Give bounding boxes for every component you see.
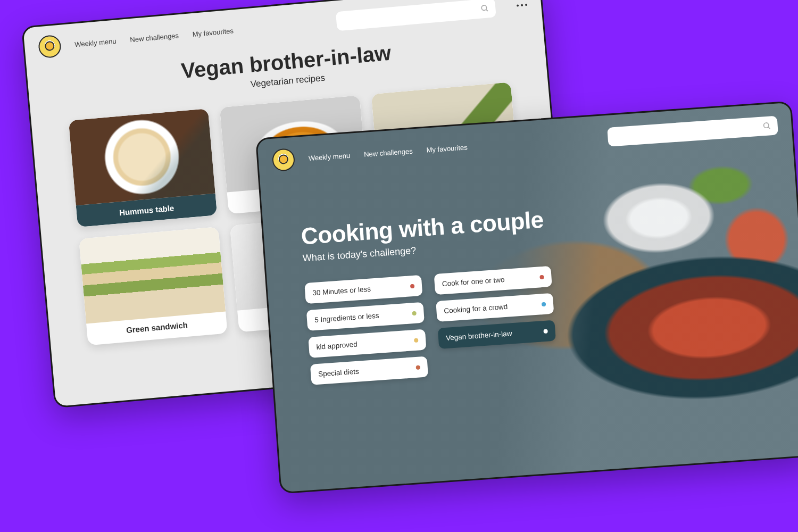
recipe-card-hummus[interactable]: Hummus table bbox=[69, 109, 218, 227]
nav-link-weekly-menu[interactable]: Weekly menu bbox=[308, 151, 350, 162]
svg-line-3 bbox=[768, 127, 770, 129]
search-input-back[interactable] bbox=[336, 0, 496, 31]
chip-label: Cooking for a crowd bbox=[444, 303, 508, 315]
chip-label: 5 Ingredients or less bbox=[314, 312, 379, 324]
nav-link-weekly-menu[interactable]: Weekly menu bbox=[74, 37, 117, 48]
recipe-image bbox=[79, 227, 226, 323]
chip-column-0: 30 Minutes or less 5 Ingredients or less… bbox=[304, 275, 428, 385]
recipe-card-green-sandwich[interactable]: Green sandwich bbox=[79, 227, 228, 345]
nav-link-my-favourites[interactable]: My favourites bbox=[426, 143, 468, 154]
chip-30-minutes[interactable]: 30 Minutes or less bbox=[304, 275, 422, 304]
chip-label: Special diets bbox=[318, 368, 359, 378]
search-icon bbox=[762, 121, 771, 130]
search-input-front[interactable] bbox=[607, 116, 778, 147]
svg-line-1 bbox=[486, 9, 488, 11]
chip-dot-icon bbox=[415, 365, 420, 370]
chip-label: kid approved bbox=[316, 340, 358, 351]
nav-link-new-challenges[interactable]: New challenges bbox=[364, 147, 413, 158]
panel-hero: Weekly menu New challenges My favourites… bbox=[255, 101, 798, 494]
chip-label: Vegan brother-in-law bbox=[446, 329, 512, 342]
chip-special-diets[interactable]: Special diets bbox=[310, 356, 428, 385]
chip-label: 30 Minutes or less bbox=[312, 285, 371, 297]
recipe-image bbox=[69, 109, 215, 205]
chip-cook-one-two[interactable]: Cook for one or two bbox=[434, 266, 552, 295]
chip-dot-icon bbox=[539, 275, 544, 279]
chip-cook-crowd[interactable]: Cooking for a crowd bbox=[436, 293, 554, 322]
chip-dot-icon bbox=[414, 338, 419, 343]
logo-avocado-icon[interactable] bbox=[272, 148, 296, 172]
chip-dot-icon bbox=[410, 284, 415, 288]
search-icon bbox=[480, 4, 489, 13]
chip-column-1: Cook for one or two Cooking for a crowd … bbox=[434, 266, 558, 376]
nav-link-my-favourites[interactable]: My favourites bbox=[192, 27, 234, 38]
chip-kid-approved[interactable]: kid approved bbox=[308, 329, 426, 358]
chip-dot-icon bbox=[543, 329, 548, 334]
chip-dot-icon bbox=[412, 311, 417, 315]
nav-link-new-challenges[interactable]: New challenges bbox=[130, 31, 179, 44]
chip-5-ingredients[interactable]: 5 Ingredients or less bbox=[306, 302, 425, 331]
chip-label: Cook for one or two bbox=[442, 276, 505, 288]
logo-avocado-icon[interactable] bbox=[38, 35, 62, 59]
chip-vegan-brother-in-law[interactable]: Vegan brother-in-law bbox=[438, 320, 556, 349]
chip-dot-icon bbox=[542, 302, 546, 306]
more-icon[interactable] bbox=[517, 4, 527, 7]
